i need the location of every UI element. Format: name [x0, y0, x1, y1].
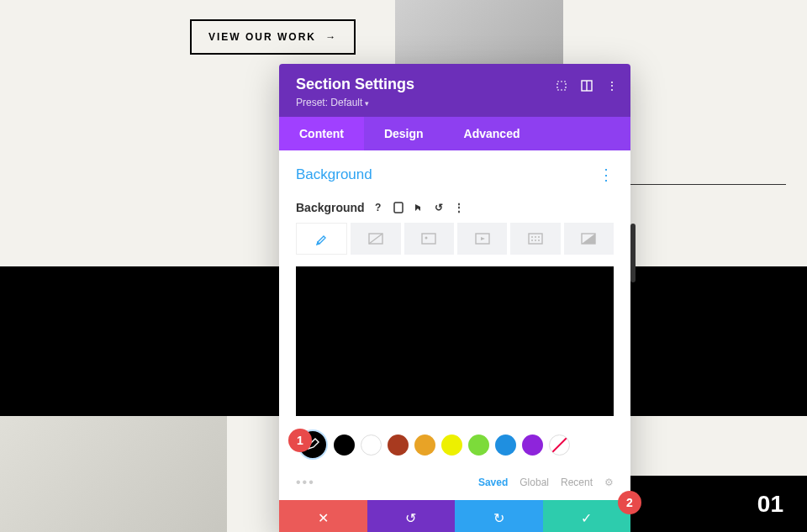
undo-button[interactable]: ↺: [367, 500, 456, 532]
bg-type-video[interactable]: [457, 223, 507, 255]
panel-body: Background ⋮ Background ? ↺ ⋮: [279, 150, 630, 471]
hover-icon[interactable]: [412, 201, 425, 214]
preset-selector[interactable]: Preset: Default: [296, 97, 614, 108]
field-label: Background: [296, 201, 365, 214]
scrollbar[interactable]: [630, 224, 636, 282]
svg-point-12: [531, 240, 533, 241]
tab-advanced[interactable]: Advanced: [444, 117, 541, 150]
swatch-blue[interactable]: [495, 435, 516, 456]
section-heading: Background: [296, 166, 372, 183]
section-options-icon[interactable]: ⋮: [599, 166, 614, 184]
color-preview[interactable]: [296, 266, 614, 416]
swatch-green[interactable]: [468, 435, 489, 456]
view-our-work-label: VIEW OUR WORK: [208, 31, 316, 43]
svg-point-13: [535, 240, 536, 241]
svg-rect-8: [529, 234, 542, 244]
swatch-yellow[interactable]: [441, 435, 462, 456]
svg-rect-0: [557, 82, 566, 90]
panel-tabs: Content Design Advanced: [279, 117, 630, 150]
svg-point-14: [538, 240, 540, 241]
redo-button[interactable]: ↻: [455, 500, 543, 532]
annotation-2: 2: [618, 491, 641, 514]
number-card-value: 01: [757, 491, 783, 518]
palette-meta-row: ••• Saved Global Recent ⚙: [279, 471, 630, 500]
section-settings-panel: Section Settings Preset: Default ⋮ Conte…: [279, 64, 630, 532]
tab-content[interactable]: Content: [279, 117, 364, 150]
bg-type-gradient[interactable]: [351, 223, 400, 255]
svg-point-6: [425, 237, 428, 240]
palette-global[interactable]: Global: [520, 477, 549, 488]
bg-type-image[interactable]: [404, 223, 454, 255]
more-swatches-button[interactable]: •••: [296, 475, 315, 490]
swatch-white[interactable]: [361, 435, 382, 456]
number-card: 01: [618, 476, 807, 532]
secondary-image: [0, 416, 227, 532]
swatch-dark-red[interactable]: [388, 435, 409, 456]
annotation-1: 1: [288, 429, 312, 452]
tab-design[interactable]: Design: [364, 117, 444, 150]
field-label-row: Background ? ↺ ⋮: [296, 201, 614, 214]
svg-rect-3: [394, 203, 403, 213]
expand-icon[interactable]: [555, 79, 568, 92]
bg-type-pattern[interactable]: [510, 223, 560, 255]
svg-point-10: [535, 236, 536, 238]
tablet-icon[interactable]: [392, 201, 405, 214]
palette-recent[interactable]: Recent: [561, 477, 593, 488]
svg-point-11: [538, 236, 540, 238]
swatch-purple[interactable]: [522, 435, 543, 456]
reset-icon[interactable]: ↺: [432, 201, 446, 214]
panel-header: Section Settings Preset: Default ⋮: [279, 64, 630, 117]
arrow-right-icon: →: [325, 31, 337, 43]
palette-saved[interactable]: Saved: [478, 477, 508, 488]
more-icon[interactable]: ⋮: [605, 79, 619, 92]
swatch-orange[interactable]: [414, 435, 435, 456]
bg-type-mask[interactable]: [564, 223, 614, 255]
section-heading-row: Background ⋮: [296, 166, 614, 184]
svg-rect-5: [422, 234, 435, 244]
cancel-button[interactable]: ✕: [279, 500, 367, 532]
help-icon[interactable]: ?: [372, 201, 385, 214]
swatch-black[interactable]: [334, 435, 355, 456]
field-more-icon[interactable]: ⋮: [452, 201, 466, 214]
gear-icon[interactable]: ⚙: [604, 477, 614, 488]
color-swatches-row: [296, 429, 614, 460]
background-type-tabs: [296, 223, 614, 255]
swatch-none[interactable]: [549, 435, 570, 456]
bg-type-color[interactable]: [296, 223, 347, 255]
view-our-work-button[interactable]: VIEW OUR WORK →: [190, 19, 356, 55]
svg-point-9: [531, 236, 533, 238]
wireframe-icon[interactable]: [580, 79, 593, 92]
action-bar: ✕ ↺ ↻ ✓: [279, 500, 630, 532]
